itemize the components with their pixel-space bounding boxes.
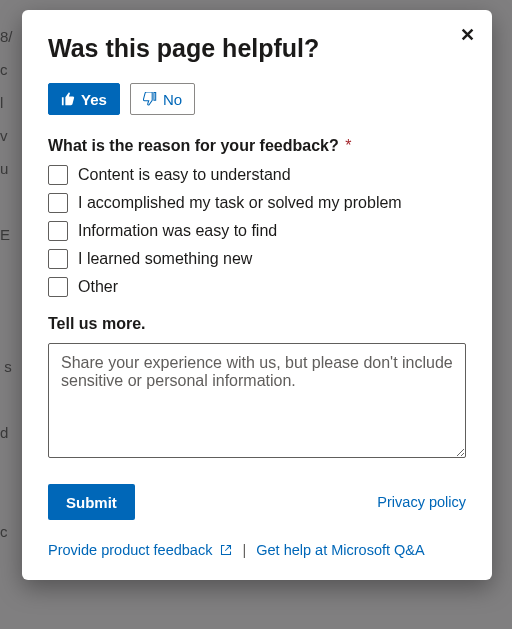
checkbox[interactable] [48, 165, 68, 185]
qa-link[interactable]: Get help at Microsoft Q&A [256, 542, 424, 558]
checkbox[interactable] [48, 249, 68, 269]
option-label: Content is easy to understand [78, 166, 291, 184]
yes-button[interactable]: Yes [48, 83, 120, 115]
checkbox[interactable] [48, 277, 68, 297]
separator: | [242, 542, 246, 558]
option-label: I learned something new [78, 250, 252, 268]
no-label: No [163, 91, 182, 108]
checkbox[interactable] [48, 221, 68, 241]
footer-links: Provide product feedback | Get help at M… [48, 542, 466, 558]
close-icon: ✕ [460, 24, 475, 46]
thumbs-down-icon [143, 92, 157, 106]
option-row[interactable]: Content is easy to understand [48, 165, 466, 185]
option-row[interactable]: I learned something new [48, 249, 466, 269]
vote-row: Yes No [48, 83, 466, 115]
thumbs-up-icon [61, 92, 75, 106]
yes-label: Yes [81, 91, 107, 108]
option-label: Other [78, 278, 118, 296]
close-button[interactable]: ✕ [456, 24, 478, 46]
product-feedback-label: Provide product feedback [48, 542, 212, 558]
external-link-icon [220, 544, 232, 556]
action-row: Submit Privacy policy [48, 484, 466, 520]
option-label: I accomplished my task or solved my prob… [78, 194, 402, 212]
submit-button[interactable]: Submit [48, 484, 135, 520]
checkbox[interactable] [48, 193, 68, 213]
required-marker: * [345, 137, 351, 154]
option-label: Information was easy to find [78, 222, 277, 240]
option-row[interactable]: I accomplished my task or solved my prob… [48, 193, 466, 213]
tell-us-label: Tell us more. [48, 315, 466, 333]
dialog-title: Was this page helpful? [48, 34, 466, 63]
privacy-link[interactable]: Privacy policy [377, 494, 466, 510]
options-group: Content is easy to understand I accompli… [48, 165, 466, 297]
option-row[interactable]: Other [48, 277, 466, 297]
feedback-textarea[interactable] [48, 343, 466, 458]
reason-question-text: What is the reason for your feedback? [48, 137, 339, 154]
no-button[interactable]: No [130, 83, 195, 115]
reason-question: What is the reason for your feedback? * [48, 137, 466, 155]
feedback-dialog: ✕ Was this page helpful? Yes No What is … [22, 10, 492, 580]
option-row[interactable]: Information was easy to find [48, 221, 466, 241]
product-feedback-link[interactable]: Provide product feedback [48, 542, 232, 558]
